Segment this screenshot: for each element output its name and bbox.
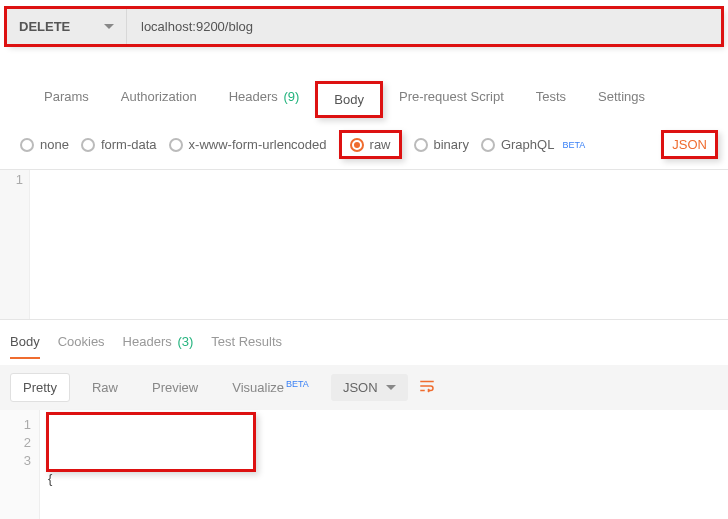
tab-headers-count: (9) <box>283 89 299 104</box>
chevron-down-icon <box>104 24 114 34</box>
radio-dot-icon <box>350 138 364 152</box>
tab-tests[interactable]: Tests <box>520 81 582 118</box>
resp-tab-headers[interactable]: Headers (3) <box>123 334 194 359</box>
response-gutter: 1 2 3 <box>0 410 40 519</box>
http-method-select[interactable]: DELETE <box>7 9 127 44</box>
radio-dot-icon <box>481 138 495 152</box>
request-bar: DELETE <box>6 8 722 45</box>
view-visualize-button[interactable]: VisualizeBETA <box>220 373 321 401</box>
radio-none[interactable]: none <box>20 137 69 152</box>
tab-prerequest[interactable]: Pre-request Script <box>383 81 520 118</box>
line-number: 3 <box>0 452 31 470</box>
resp-tab-tests[interactable]: Test Results <box>211 334 282 359</box>
body-content-type-select[interactable]: JSON <box>661 130 718 159</box>
radio-binary-label: binary <box>434 137 469 152</box>
http-method-label: DELETE <box>19 19 70 34</box>
highlight-box <box>46 412 256 472</box>
view-raw-button[interactable]: Raw <box>80 374 130 401</box>
line-number: 1 <box>0 172 23 187</box>
request-body-editor[interactable]: 1 <box>0 170 728 320</box>
radio-raw-label: raw <box>370 137 391 152</box>
radio-urlencoded[interactable]: x-www-form-urlencoded <box>169 137 327 152</box>
radio-form-data-label: form-data <box>101 137 157 152</box>
response-type-select[interactable]: JSON <box>331 374 408 401</box>
view-pretty-button[interactable]: Pretty <box>10 373 70 402</box>
radio-dot-icon <box>169 138 183 152</box>
tab-settings[interactable]: Settings <box>582 81 661 118</box>
response-type-label: JSON <box>343 380 378 395</box>
editor-gutter: 1 <box>0 170 30 319</box>
json-brace: { <box>48 471 52 486</box>
tab-body[interactable]: Body <box>315 81 383 118</box>
radio-graphql-label: GraphQL <box>501 137 554 152</box>
line-number: 2 <box>0 434 31 452</box>
response-body-editor[interactable]: 1 2 3 { "acknowledged": true } <box>0 410 728 519</box>
request-url-input[interactable] <box>127 9 721 44</box>
view-preview-button[interactable]: Preview <box>140 374 210 401</box>
radio-none-label: none <box>40 137 69 152</box>
resp-tab-headers-label: Headers <box>123 334 172 349</box>
body-type-row: none form-data x-www-form-urlencoded raw… <box>0 118 728 170</box>
editor-code-area[interactable] <box>30 170 728 319</box>
response-code: { "acknowledged": true } <box>40 410 728 519</box>
tab-headers-label: Headers <box>229 89 278 104</box>
radio-dot-icon <box>81 138 95 152</box>
request-tabs: Params Authorization Headers (9) Body Pr… <box>28 81 722 118</box>
radio-raw[interactable]: raw <box>339 130 402 159</box>
radio-form-data[interactable]: form-data <box>81 137 157 152</box>
wrap-lines-button[interactable] <box>418 377 436 398</box>
line-number: 1 <box>0 416 31 434</box>
resp-tab-headers-count: (3) <box>177 334 193 349</box>
chevron-down-icon <box>386 385 396 395</box>
radio-graphql[interactable]: GraphQLBETA <box>481 137 585 152</box>
resp-tab-cookies[interactable]: Cookies <box>58 334 105 359</box>
radio-binary[interactable]: binary <box>414 137 469 152</box>
tab-headers[interactable]: Headers (9) <box>213 81 316 118</box>
radio-urlencoded-label: x-www-form-urlencoded <box>189 137 327 152</box>
tab-params[interactable]: Params <box>28 81 105 118</box>
radio-dot-icon <box>20 138 34 152</box>
radio-dot-icon <box>414 138 428 152</box>
beta-badge: BETA <box>562 140 585 150</box>
visualize-label: Visualize <box>232 381 284 396</box>
response-toolbar: Pretty Raw Preview VisualizeBETA JSON <box>0 365 728 410</box>
response-tabs: Body Cookies Headers (3) Test Results <box>0 320 728 359</box>
resp-tab-body[interactable]: Body <box>10 334 40 359</box>
wrap-icon <box>418 377 436 395</box>
beta-badge: BETA <box>286 379 309 389</box>
tab-authorization[interactable]: Authorization <box>105 81 213 118</box>
